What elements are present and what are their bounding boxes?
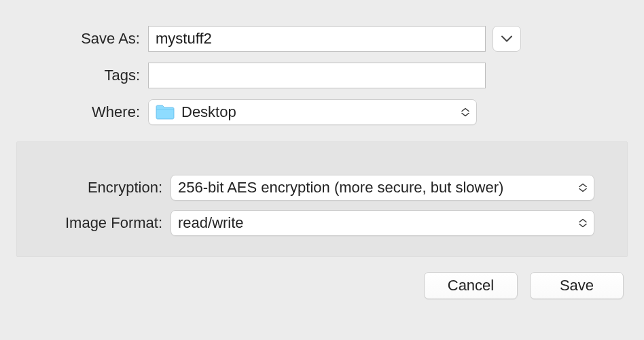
cancel-button[interactable]: Cancel (424, 272, 518, 299)
updown-icon (579, 219, 587, 228)
where-popup[interactable]: Desktop (148, 99, 477, 125)
tags-input[interactable] (148, 63, 486, 88)
encryption-row: Encryption: 256-bit AES encryption (more… (37, 175, 607, 201)
image-format-value: read/write (178, 214, 587, 232)
where-label: Where: (0, 103, 148, 121)
button-row: Cancel Save (0, 257, 644, 299)
chevron-down-icon (501, 35, 512, 42)
image-format-popup[interactable]: read/write (171, 210, 594, 236)
save-as-label: Save As: (0, 30, 148, 48)
save-as-row: Save As: (0, 26, 644, 52)
tags-row: Tags: (0, 63, 644, 88)
where-value: Desktop (181, 103, 469, 121)
tags-label: Tags: (0, 67, 148, 84)
updown-icon (461, 108, 469, 117)
updown-icon (579, 184, 587, 192)
save-dialog: Save As: Tags: Where: Desktop Encrypt (0, 0, 644, 340)
save-button-label: Save (560, 277, 594, 294)
encryption-value: 256-bit AES encryption (more secure, but… (178, 179, 587, 197)
save-as-input[interactable] (148, 26, 486, 52)
folder-icon (156, 105, 175, 120)
encryption-label: Encryption: (37, 179, 171, 197)
image-format-label: Image Format: (37, 214, 171, 232)
options-panel: Encryption: 256-bit AES encryption (more… (16, 141, 628, 257)
encryption-popup[interactable]: 256-bit AES encryption (more secure, but… (171, 175, 594, 201)
where-row: Where: Desktop (0, 99, 644, 125)
expand-button[interactable] (493, 26, 521, 52)
cancel-button-label: Cancel (448, 277, 494, 294)
image-format-row: Image Format: read/write (37, 210, 607, 236)
save-button[interactable]: Save (530, 272, 624, 299)
